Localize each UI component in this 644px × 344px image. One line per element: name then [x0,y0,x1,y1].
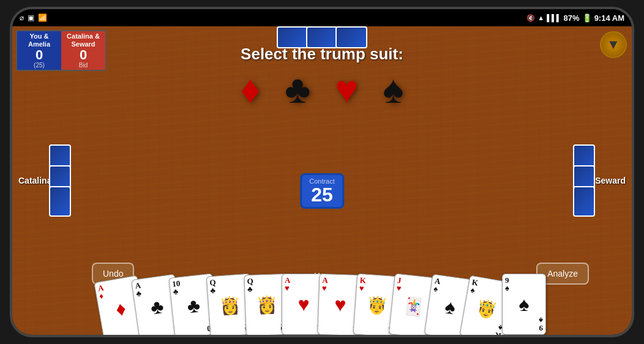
contract-badge: Contract 25 [300,173,344,209]
card-back [49,186,71,217]
card-figure: 🤴 [474,297,499,321]
signal-bars-icon: ▌▌▌ [547,14,561,21]
status-icons: ⌀ ▣ 📶 [20,13,47,22]
wifi-icon: 📶 [38,13,47,22]
cards-left [49,149,71,212]
hand-card-12[interactable]: 9♠ ♠ 9♠ [502,274,546,335]
card-rank-top: A♥ [285,276,323,292]
battery-percent: 87% [564,13,580,23]
status-right: 🔇 ▲ ▌▌▌ 87% 🔋 9:14 AM [526,13,624,23]
card-figure: 👸 [256,294,278,315]
card-center-suit: ♥ [298,293,310,316]
team2-score: Catalina &Seward 0 Bid [61,31,105,70]
clock: 9:14 AM [594,13,624,23]
trump-suits: ♦ ♣ ♥ ♠ [12,70,632,109]
team1-score: You &Amelia 0 (25) [17,31,61,70]
spades-suit-button[interactable]: ♠ [383,70,403,109]
card-rank-top: A♥ [322,276,361,293]
card-rank-top: Q♣ [209,276,249,294]
player-left-label: Catalina [18,176,51,185]
card-center-suit: ♠ [443,295,457,319]
card-figure: 🤴 [365,294,388,316]
team1-value: 0 [22,48,56,62]
clubs-suit-button[interactable]: ♣ [285,70,310,109]
diamonds-suit-button[interactable]: ♦ [241,70,261,109]
chevron-down-icon: ▼ [607,37,620,53]
card-rank-top: K♥ [359,276,398,294]
card-rank-top: 9♠ [505,276,543,292]
status-bar: ⌀ ▣ 📶 🔇 ▲ ▌▌▌ 87% 🔋 9:14 AM [12,9,632,26]
card-center-suit: ♥ [334,293,346,316]
cards-right [573,149,595,212]
phone-frame: ⌀ ▣ 📶 🔇 ▲ ▌▌▌ 87% 🔋 9:14 AM You &Amelia … [10,7,634,337]
hand-area: A♦ ♦ A♦ A♣ ♣ A♣ 10♣ ♣ 10♣ Q♣ 👸 Q♣ [12,267,632,335]
card-center-suit: ♣ [186,294,201,318]
team1-bid: (25) [22,62,56,69]
wifi-signal-icon: ▲ [537,14,544,21]
battery-icon: 🔋 [582,13,592,23]
player-right-label: Seward [595,176,626,185]
hearts-suit-button[interactable]: ♥ [335,70,358,109]
score-panel: You &Amelia 0 (25) Catalina &Seward 0 Bi… [16,30,107,71]
card-rank-bottom: 9♠ [539,316,543,332]
game-area: You &Amelia 0 (25) Catalina &Seward 0 Bi… [12,26,632,335]
sim-icon: ▣ [28,13,34,22]
card-figure: 👸 [219,294,242,316]
card-rank-top: Q♣ [247,276,285,293]
contract-value: 25 [309,185,335,204]
info-button[interactable]: ▼ [600,31,627,58]
usb-icon: ⌀ [20,13,24,22]
team2-bid: Bid [66,62,100,69]
card-figure: 🃏 [402,295,425,317]
mute-icon: 🔇 [526,14,535,22]
team1-name: You &Amelia [22,32,56,48]
card-rank-top: 10♣ [172,276,211,296]
card-back [573,186,595,217]
team2-name: Catalina &Seward [66,32,100,48]
card-center-suit: ♣ [149,295,165,320]
card-center-suit: ♦ [114,297,128,321]
card-center-suit: ♠ [519,293,530,316]
card-rank-top: A♣ [135,277,174,297]
team2-value: 0 [66,48,100,62]
